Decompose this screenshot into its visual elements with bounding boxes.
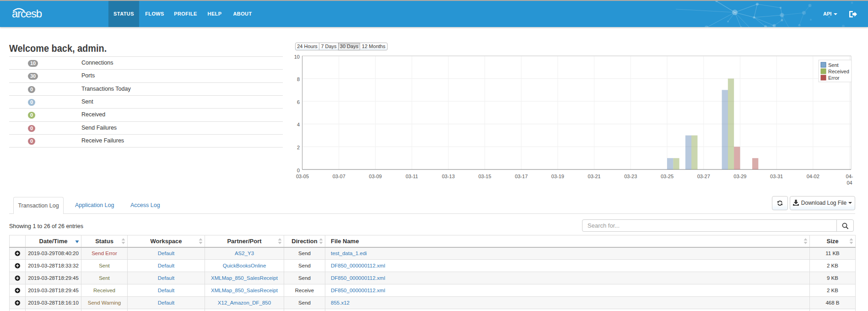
svg-text:Error: Error — [828, 75, 840, 81]
svg-text:03-17: 03-17 — [515, 174, 528, 179]
svg-text:03-25: 03-25 — [661, 174, 674, 179]
svg-text:Received: Received — [828, 69, 849, 74]
svg-text:03-29: 03-29 — [733, 174, 746, 179]
svg-text:03-07: 03-07 — [333, 174, 345, 179]
svg-text:8: 8 — [297, 76, 300, 82]
svg-text:03-09: 03-09 — [369, 174, 382, 179]
svg-text:03-31: 03-31 — [770, 174, 783, 179]
svg-text:03-21: 03-21 — [588, 174, 601, 179]
svg-text:4: 4 — [297, 122, 300, 127]
svg-text:10: 10 — [294, 54, 300, 60]
svg-text:03-15: 03-15 — [478, 174, 491, 179]
svg-text:03-13: 03-13 — [442, 174, 455, 179]
svg-text:03-23: 03-23 — [624, 174, 637, 179]
svg-text:04: 04 — [846, 180, 852, 186]
svg-text:0: 0 — [297, 168, 300, 173]
svg-text:03-11: 03-11 — [405, 174, 418, 179]
svg-text:04-: 04- — [846, 174, 853, 179]
svg-text:03-05: 03-05 — [296, 174, 309, 179]
svg-text:03-19: 03-19 — [551, 174, 564, 179]
svg-text:2: 2 — [297, 145, 300, 150]
svg-text:6: 6 — [297, 99, 300, 105]
svg-text:04-02: 04-02 — [807, 174, 819, 179]
svg-text:Sent: Sent — [828, 62, 839, 68]
svg-text:03-27: 03-27 — [697, 174, 710, 179]
